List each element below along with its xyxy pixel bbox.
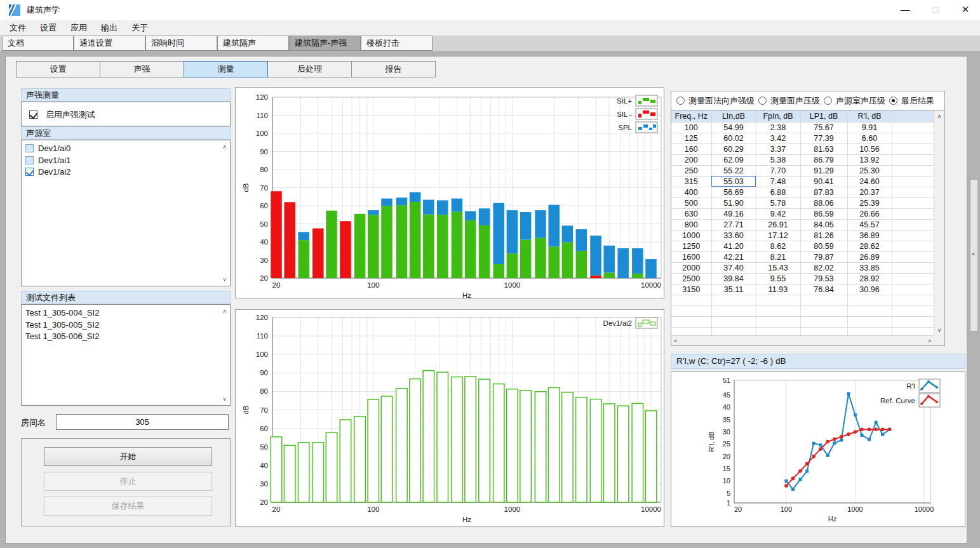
scroll-up-icon[interactable]: ∧ (934, 113, 944, 119)
scroll-left-icon[interactable]: < (674, 338, 677, 344)
table-cell[interactable]: 33.85 (847, 262, 892, 273)
table-cell[interactable]: 6.88 (756, 187, 800, 197)
table-cell[interactable]: 9.55 (756, 273, 800, 284)
table-cell[interactable] (892, 251, 934, 262)
table-cell[interactable]: 3.37 (756, 144, 800, 154)
result-view-radio-3[interactable]: 最后结果 (889, 95, 934, 107)
table-cell[interactable]: 28.92 (847, 273, 892, 284)
table-cell[interactable] (892, 273, 934, 284)
table-cell[interactable]: 11.93 (756, 284, 800, 295)
table-cell[interactable]: 56.69 (711, 187, 756, 197)
table-cell[interactable] (892, 230, 934, 241)
table-cell[interactable] (892, 144, 934, 154)
close-button[interactable]: ✕ (951, 0, 980, 20)
subtab-3[interactable]: 后处理 (267, 61, 352, 77)
table-cell[interactable]: 8.21 (756, 251, 800, 262)
table-cell[interactable]: 35.11 (711, 284, 756, 295)
table-cell[interactable]: 54.99 (711, 122, 756, 133)
table-cell[interactable]: 9.42 (756, 208, 800, 219)
table-cell[interactable]: 86.59 (800, 208, 847, 219)
menu-item-2[interactable]: 应用 (64, 20, 94, 36)
table-cell[interactable] (892, 133, 934, 144)
source-room-item-0[interactable]: Dev1/ai0 (22, 143, 230, 155)
table-cell[interactable]: 5.38 (756, 154, 800, 165)
table-header-1[interactable]: LIn,dB (711, 110, 756, 122)
table-cell[interactable]: 39.84 (711, 273, 756, 284)
table-cell[interactable]: 15.43 (756, 262, 800, 273)
table-cell[interactable]: 125 (671, 133, 711, 144)
panel-splitter-handle[interactable]: < (970, 179, 978, 331)
table-header-2[interactable]: FpIn, dB (756, 110, 800, 122)
scroll-up-icon[interactable]: ∧ (220, 307, 229, 316)
table-cell[interactable] (892, 208, 934, 219)
enable-intensity-checkbox[interactable] (29, 110, 37, 119)
tab-1[interactable]: 通道设置 (74, 36, 145, 51)
table-cell[interactable]: 82.02 (800, 262, 847, 273)
tab-5[interactable]: 楼板打击 (361, 36, 433, 51)
table-cell[interactable]: 30.96 (847, 284, 892, 295)
table-cell[interactable]: 100 (671, 122, 711, 133)
table-cell[interactable]: 77.39 (800, 133, 847, 144)
table-cell[interactable]: 55.22 (711, 165, 756, 176)
table-cell[interactable] (892, 165, 934, 176)
table-cell[interactable]: 6.60 (847, 133, 892, 144)
table-cell[interactable]: 80.59 (800, 241, 847, 251)
menu-item-1[interactable]: 设置 (33, 20, 64, 36)
result-view-radio-2[interactable]: 声源室声压级 (824, 95, 885, 107)
table-cell[interactable]: 2500 (671, 273, 711, 284)
table-cell[interactable]: 81.26 (800, 230, 847, 241)
maximize-button[interactable]: □ (921, 0, 950, 20)
subtab-4[interactable]: 报告 (351, 61, 436, 77)
action-button-0[interactable]: 开始 (44, 447, 212, 466)
minimize-button[interactable]: — (890, 0, 920, 20)
table-cell[interactable]: 36.89 (847, 230, 892, 241)
table-cell[interactable]: 24.60 (847, 176, 892, 187)
table-cell[interactable] (892, 176, 934, 187)
menu-item-0[interactable]: 文件 (3, 20, 33, 36)
table-horizontal-scrollbar[interactable]: < > (671, 335, 934, 345)
menu-item-4[interactable]: 关于 (124, 20, 155, 36)
table-cell[interactable]: 55.03 (711, 176, 756, 187)
table-cell[interactable]: 33.60 (711, 230, 756, 241)
table-header-4[interactable]: R'I, dB (847, 110, 892, 122)
room-name-input[interactable] (56, 414, 229, 430)
table-cell[interactable]: 160 (671, 144, 711, 154)
table-cell[interactable]: 25.30 (847, 165, 892, 176)
scroll-down-icon[interactable]: ∨ (220, 394, 229, 403)
table-cell[interactable]: 500 (671, 197, 711, 208)
tab-2[interactable]: 混响时间 (145, 36, 217, 51)
table-cell[interactable]: 3.42 (756, 133, 800, 144)
table-cell[interactable] (892, 197, 934, 208)
source-room-item-2[interactable]: Dev1/ai2 (22, 166, 230, 178)
scroll-down-icon[interactable]: ∨ (220, 275, 229, 284)
table-cell[interactable]: 26.66 (847, 208, 892, 219)
table-cell[interactable]: 250 (671, 165, 711, 176)
table-cell[interactable]: 62.09 (711, 154, 756, 165)
tab-3[interactable]: 建筑隔声 (217, 36, 289, 51)
subtab-1[interactable]: 声强 (100, 61, 184, 77)
result-view-radio-0[interactable]: 测量面法向声强级 (676, 95, 755, 107)
table-cell[interactable]: 25.39 (847, 197, 892, 208)
table-cell[interactable] (892, 262, 934, 273)
table-header-0[interactable]: Freq., Hz (671, 110, 711, 122)
table-cell[interactable]: 2.38 (756, 122, 800, 133)
table-cell[interactable]: 27.71 (711, 219, 756, 230)
result-view-radio-1[interactable]: 测量面声压级 (758, 95, 820, 107)
table-cell[interactable]: 75.67 (800, 122, 847, 133)
table-cell[interactable]: 5.78 (756, 197, 800, 208)
table-cell[interactable]: 86.79 (800, 154, 847, 165)
table-cell[interactable]: 1250 (671, 241, 711, 251)
table-cell[interactable]: 8.62 (756, 241, 800, 251)
scroll-right-icon[interactable]: > (928, 338, 931, 344)
table-cell[interactable] (892, 122, 934, 133)
table-cell[interactable]: 13.92 (847, 154, 892, 165)
table-header-5[interactable] (892, 110, 934, 122)
test-file-item-2[interactable]: Test 1_305-006_SI2 (22, 331, 230, 343)
channel-checkbox[interactable] (25, 168, 34, 176)
table-cell[interactable]: 2000 (671, 262, 711, 273)
table-cell[interactable]: 49.16 (711, 208, 756, 219)
scroll-down-icon[interactable]: ∨ (934, 327, 944, 333)
table-vertical-scrollbar[interactable]: ∧ ∨ (934, 110, 944, 336)
table-cell[interactable]: 26.89 (847, 251, 892, 262)
table-cell[interactable]: 79.53 (800, 273, 847, 284)
